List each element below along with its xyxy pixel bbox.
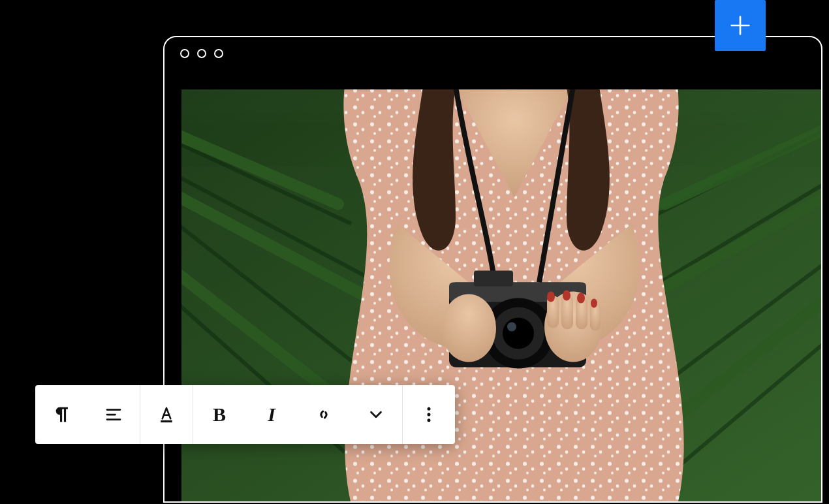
- svg-rect-7: [474, 271, 513, 287]
- traffic-light-close-icon[interactable]: [180, 49, 189, 58]
- svg-point-21: [591, 299, 597, 308]
- more-options-button[interactable]: [403, 385, 455, 444]
- text-color-icon: [157, 405, 176, 424]
- formatting-toolbar: B I: [35, 385, 455, 444]
- plus-icon: [727, 12, 753, 39]
- italic-icon: I: [268, 403, 275, 426]
- toolbar-group-more: [403, 385, 455, 444]
- chevron-down-icon: [366, 405, 386, 424]
- align-left-icon: [104, 405, 123, 424]
- toolbar-group-color: [140, 385, 193, 444]
- svg-point-26: [428, 418, 431, 422]
- link-button[interactable]: [298, 385, 350, 444]
- traffic-light-zoom-icon[interactable]: [214, 49, 223, 58]
- bold-button[interactable]: B: [193, 385, 245, 444]
- stage: B I: [0, 0, 829, 504]
- traffic-light-minimize-icon[interactable]: [197, 49, 206, 58]
- paragraph-button[interactable]: [35, 385, 87, 444]
- more-vertical-icon: [419, 405, 439, 424]
- svg-point-19: [563, 291, 571, 301]
- svg-point-11: [507, 323, 516, 332]
- align-button[interactable]: [87, 385, 140, 444]
- toolbar-group-block: [35, 385, 140, 444]
- add-block-button[interactable]: [715, 0, 766, 51]
- svg-point-12: [441, 294, 496, 362]
- text-color-button[interactable]: [140, 385, 193, 444]
- svg-point-23: [318, 409, 330, 421]
- italic-button[interactable]: I: [245, 385, 298, 444]
- svg-point-20: [577, 293, 585, 304]
- pilcrow-icon: [50, 403, 72, 426]
- more-inline-button[interactable]: [350, 385, 402, 444]
- bold-icon: B: [213, 403, 226, 426]
- svg-point-24: [428, 407, 431, 411]
- svg-rect-22: [161, 420, 172, 422]
- svg-point-10: [503, 318, 534, 349]
- svg-point-25: [428, 413, 431, 417]
- svg-point-18: [547, 292, 555, 302]
- toolbar-group-inline: B I: [193, 385, 403, 444]
- link-icon: [314, 405, 334, 424]
